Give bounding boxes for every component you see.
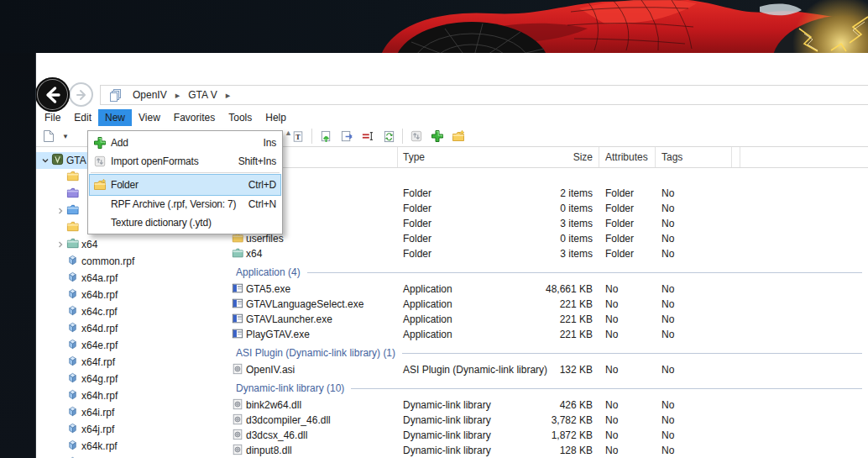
export-button[interactable] [339, 129, 354, 144]
desktop-background: OpenIV ▸ GTA V ▸ FileEditNewViewFavorite… [0, 0, 868, 458]
menubar-item-favorites[interactable]: Favorites [167, 109, 222, 126]
file-row-x64[interactable]: x64Folder3 itemsFolderNo [229, 246, 868, 261]
file-row-openiv-asi[interactable]: OpenIV.asiASI Plugin (Dynamic-link libra… [229, 362, 868, 377]
tree-item-x64[interactable]: x64 [36, 236, 227, 253]
file-tags: No [661, 248, 674, 260]
column-header-attributes[interactable]: Attributes [605, 151, 648, 163]
text-tool-button[interactable]: T [290, 129, 306, 144]
menu-item-add[interactable]: AddIns [90, 134, 280, 152]
file-tags: No [661, 329, 674, 340]
file-size: 221 KB [481, 313, 593, 325]
file-row-dinput8-dll[interactable]: dinput8.dllDynamic-link library128 KBNoN… [229, 443, 868, 458]
file-row-bink2w64-dll[interactable]: bink2w64.dllDynamic-link library426 KBNo… [229, 397, 868, 413]
replace-button[interactable] [381, 129, 396, 144]
menubar-item-edit[interactable]: Edit [67, 109, 98, 126]
file-row-gtavlauncher-exe[interactable]: GTAVLauncher.exeApplication221 KBNoNo [229, 312, 868, 327]
dropdown-arrow-icon[interactable]: ▼ [62, 133, 69, 140]
chevron-down-icon[interactable] [41, 156, 50, 165]
column-header-tags[interactable]: Tags [661, 151, 682, 163]
file-attributes: Folder [605, 203, 634, 214]
file-row-d3dcsx-46-dll[interactable]: d3dcsx_46.dllDynamic-link library1,872 K… [229, 428, 868, 443]
file-type: Folder [403, 218, 431, 229]
tree-item-x64j-rpf[interactable]: x64j.rpf [36, 421, 227, 438]
new-folder-icon [452, 129, 465, 143]
tree-item-label: x64g.rpf [81, 373, 118, 385]
chevron-right-icon[interactable] [56, 207, 65, 215]
svg-text:T: T [295, 132, 301, 140]
breadcrumb: OpenIV ▸ GTA V ▸ [100, 85, 868, 105]
file-tags: No [661, 203, 674, 214]
file-row-playgtav-exe[interactable]: PlayGTAV.exeApplication221 KBNoNo [229, 327, 868, 342]
tree-item[interactable] [36, 455, 227, 458]
back-button[interactable] [35, 77, 70, 112]
import-button[interactable] [318, 129, 333, 144]
menu-item-texture-dictionary-ytd-[interactable]: Texture dictionary (.ytd) [90, 213, 280, 232]
file-name: PlayGTAV.exe [246, 329, 310, 340]
rpf-archive-icon [66, 422, 79, 434]
file-row[interactable]: Folder2 itemsFolderNo [229, 186, 868, 201]
file-attributes: No [605, 329, 618, 340]
tree-item-x64h-rpf[interactable]: x64h.rpf [36, 387, 227, 404]
menubar-item-new[interactable]: New [98, 109, 132, 126]
rename-button[interactable] [360, 129, 375, 144]
new-file-icon[interactable] [41, 129, 56, 144]
tree-item-x64f-rpf[interactable]: x64f.rpf [36, 354, 227, 371]
file-row[interactable]: Folder0 itemsFolderNo [229, 201, 868, 216]
tree-item-x64a-rpf[interactable]: x64a.rpf [36, 270, 227, 287]
add-plus-icon [93, 136, 107, 150]
file-row-gta5-exe[interactable]: GTA5.exeApplication48,661 KBNoNo [229, 282, 868, 297]
tree-item-x64e-rpf[interactable]: x64e.rpf [36, 337, 227, 354]
column-header-size[interactable]: Size [481, 151, 593, 163]
tree-item-x64d-rpf[interactable]: x64d.rpf [36, 320, 227, 337]
file-row-userfiles[interactable]: userfilesFolder0 itemsFolderNo [229, 231, 868, 246]
file-row-gtavlanguageselect-exe[interactable]: GTAVLanguageSelect.exeApplication221 KBN… [229, 297, 868, 312]
file-name: dinput8.dll [246, 445, 292, 456]
tree-item-x64b-rpf[interactable]: x64b.rpf [36, 287, 227, 303]
tree-item-x64i-rpf[interactable]: x64i.rpf [36, 404, 227, 421]
file-attributes: No [605, 399, 618, 411]
application-icon [232, 328, 243, 340]
menu-item-folder[interactable]: FolderCtrl+D [90, 175, 280, 195]
file-name: OpenIV.asi [246, 364, 295, 376]
new-menu-popup: AddInsImport openFormatsShift+InsFolderC… [87, 130, 283, 234]
add-button[interactable] [430, 129, 445, 144]
group-header-label: Dynamic-link library (10) [236, 382, 344, 394]
breadcrumb-segment-gtav[interactable]: GTA V [185, 89, 220, 101]
tree-item-x64g-rpf[interactable]: x64g.rpf [36, 371, 227, 387]
forward-button[interactable] [69, 82, 93, 107]
file-row[interactable]: Folder3 itemsFolderNo [229, 216, 868, 231]
library-icon [232, 398, 243, 410]
menu-item-label: Add [111, 137, 128, 149]
chevron-right-icon[interactable] [56, 240, 65, 249]
tree-item-label: x64a.rpf [81, 272, 118, 284]
menubar-item-view[interactable]: View [132, 109, 167, 126]
file-size: 1,872 KB [481, 429, 593, 441]
import-openformats-button[interactable] [409, 129, 424, 144]
tree-item-common-rpf[interactable]: common.rpf [36, 253, 227, 270]
breadcrumb-segment-openiv[interactable]: OpenIV [129, 89, 170, 101]
menubar-item-tools[interactable]: Tools [222, 109, 259, 126]
new-folder-icon [93, 178, 107, 192]
menu-item-label: Texture dictionary (.ytd) [111, 217, 212, 229]
menu-item-import-openformats[interactable]: Import openFormatsShift+Ins [90, 152, 280, 171]
file-name: userfiles [246, 233, 284, 245]
tree-item-label: x64d.rpf [81, 323, 118, 334]
group-header-line [351, 388, 862, 389]
tree-item-x64c-rpf[interactable]: x64c.rpf [36, 303, 227, 320]
file-type: Dynamic-link library [403, 414, 491, 426]
menu-item-rpf-archive-rpf-version-7-[interactable]: RPF Archive (.rpf, Version: 7)Ctrl+N [90, 195, 280, 213]
new-folder-button[interactable] [451, 129, 466, 144]
tree-item-x64k-rpf[interactable]: x64k.rpf [36, 438, 227, 455]
menubar-item-help[interactable]: Help [259, 109, 293, 126]
folder-yellow-icon [66, 220, 79, 233]
menu-item-shortcut: Ctrl+N [248, 198, 276, 210]
column-header-type[interactable]: Type [403, 151, 425, 163]
rpf-archive-icon [66, 304, 79, 317]
file-row-d3dcompiler-46-dll[interactable]: d3dcompiler_46.dllDynamic-link library3,… [229, 413, 868, 428]
library-icon [232, 444, 243, 455]
file-size: 221 KB [481, 329, 593, 340]
chevron-right-icon: ▸ [221, 90, 236, 101]
menubar-item-file[interactable]: File [38, 109, 67, 126]
tree-item-label: x64c.rpf [81, 306, 118, 318]
folder-teal-icon [66, 237, 79, 250]
